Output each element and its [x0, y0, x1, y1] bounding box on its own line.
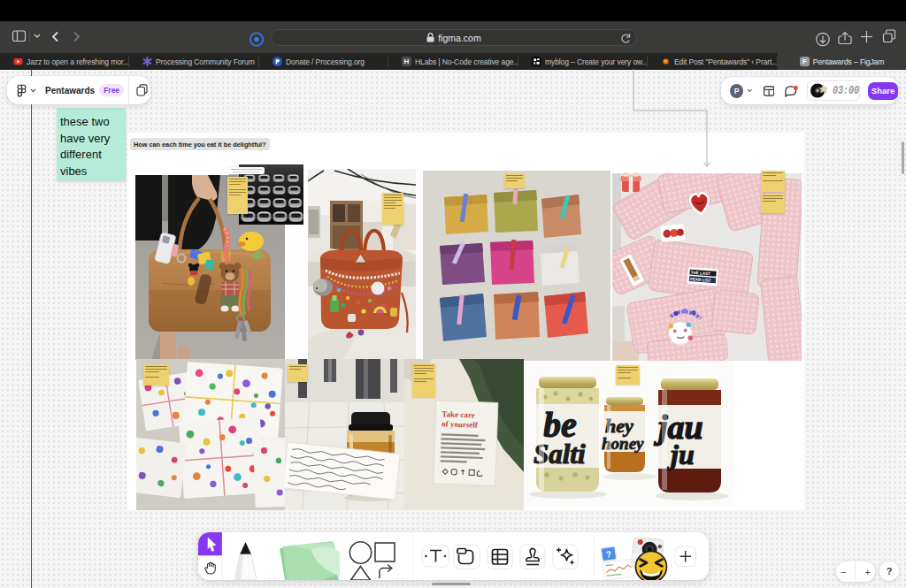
svg-text:Take care: Take care	[441, 409, 475, 419]
svg-text:ju: ju	[666, 439, 695, 470]
svg-text:of yourself: of yourself	[441, 419, 479, 429]
